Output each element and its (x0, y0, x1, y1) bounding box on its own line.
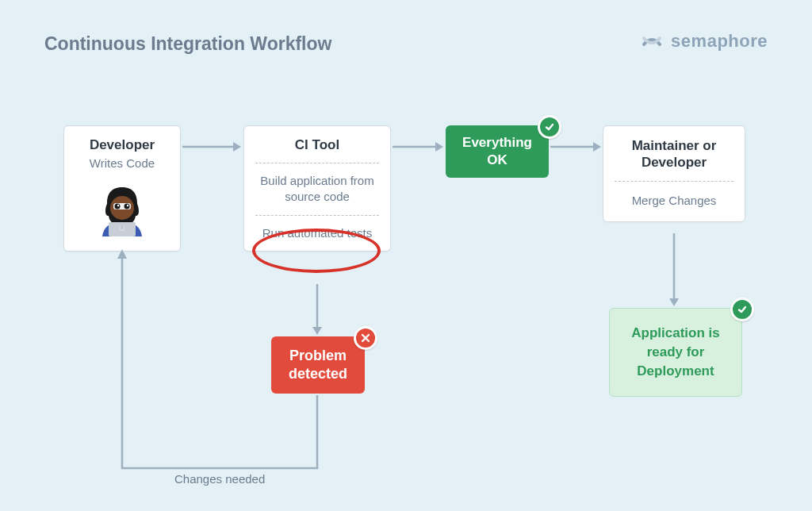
x-icon (354, 326, 377, 350)
node-ci-tool: CI Tool Build application from source co… (243, 125, 391, 252)
svg-point-4 (117, 205, 119, 206)
check-icon (538, 115, 561, 139)
node-developer: Developer Writes Code (63, 125, 181, 252)
maintainer-title: Maintainer or Developer (603, 126, 745, 181)
loop-label: Changes needed (174, 472, 265, 486)
brand-name: semaphore (671, 31, 768, 52)
diagram-title: Continuous Integration Workflow (44, 33, 331, 55)
everything-ok-label: Everything OK (454, 134, 541, 169)
arrow-icon (549, 139, 604, 155)
node-maintainer: Maintainer or Developer Merge Changes (603, 125, 745, 222)
check-icon (730, 298, 754, 321)
svg-point-2 (115, 204, 121, 209)
developer-subtitle: Writes Code (64, 156, 180, 179)
ci-tool-step-build: Build application from source code (244, 163, 390, 215)
brand-logo: semaphore (641, 30, 768, 52)
arrow-icon (391, 139, 446, 155)
arrow-icon (666, 232, 682, 309)
svg-point-5 (127, 205, 128, 206)
svg-point-3 (124, 204, 130, 209)
developer-avatar (94, 184, 150, 240)
ci-tool-title: CI Tool (244, 126, 390, 163)
app-ready-label: Application is ready for Deployment (624, 324, 727, 380)
arrow-loop-icon (111, 246, 325, 484)
node-everything-ok: Everything OK (446, 125, 549, 178)
maintainer-step: Merge Changes (603, 182, 745, 221)
semaphore-icon (641, 30, 663, 52)
developer-title: Developer (64, 126, 180, 156)
node-app-ready: Application is ready for Deployment (609, 308, 742, 397)
arrow-icon (181, 139, 244, 155)
